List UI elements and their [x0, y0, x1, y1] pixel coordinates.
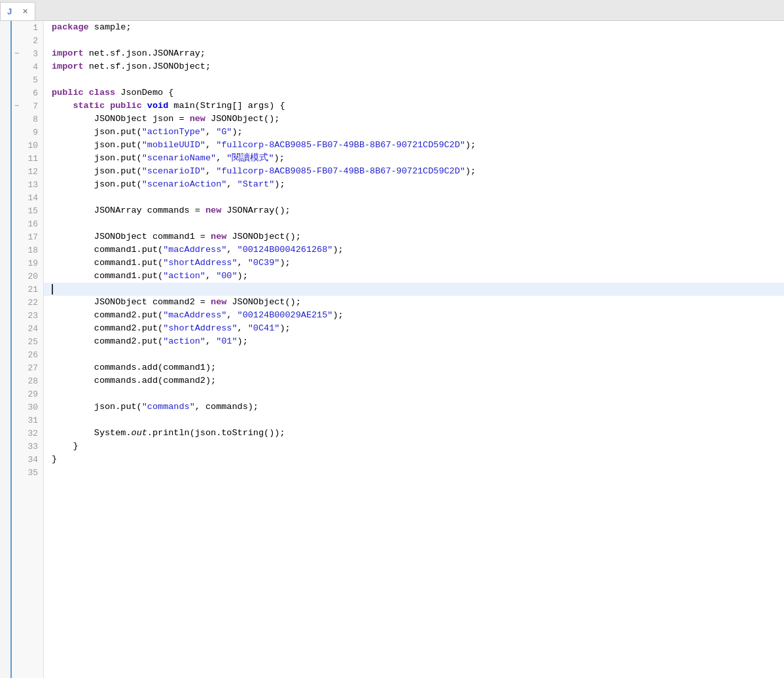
line-number-31: 31 [12, 414, 43, 427]
line-number-21: 21 [12, 283, 43, 296]
editor-window: J ✕ 123456789101112131415161718192021222… [0, 0, 784, 678]
code-token: json.put( [52, 139, 142, 152]
code-token: , commands); [195, 401, 258, 414]
code-token: ); [238, 270, 248, 283]
code-line-2 [44, 34, 784, 47]
code-line-21 [44, 283, 784, 296]
code-line-19: command1.put("shortAddress", "0C39"); [44, 257, 784, 270]
line-number-4: 4 [12, 60, 43, 73]
line-number-32: 32 [12, 427, 43, 440]
code-token: "scenarioAction" [142, 178, 227, 191]
line-number-34: 34 [12, 453, 43, 466]
code-token [84, 86, 89, 99]
code-token: void [147, 99, 168, 113]
code-line-32: System.out.println(json.toString()); [44, 427, 784, 440]
code-token: "scenarioName" [142, 152, 216, 165]
code-line-28: commands.add(command2); [44, 374, 784, 387]
code-line-9: json.put("actionType", "G"); [44, 126, 784, 139]
code-token: , [226, 243, 237, 257]
code-token: JSONObject(); [226, 296, 300, 309]
code-token: "00" [216, 270, 237, 283]
code-line-30: json.put("commands", commands); [44, 401, 784, 414]
code-token: "mobileUUID" [142, 139, 205, 152]
code-line-10: json.put("mobileUUID", "fullcorp-8ACB908… [44, 139, 784, 152]
code-line-3: import net.sf.json.JSONArray; [44, 47, 784, 60]
code-token: json.put( [52, 178, 142, 191]
code-token: , [216, 152, 226, 165]
code-token: main(String[] args) { [168, 99, 285, 113]
code-token: "0C41" [248, 322, 280, 335]
code-token: } [52, 440, 79, 453]
code-token: JSONObject json = [52, 113, 190, 126]
code-token: ); [332, 309, 343, 322]
code-line-14 [44, 191, 784, 204]
code-token: JSONObject command1 = [52, 230, 211, 243]
line-number-7: 7 [12, 99, 43, 113]
code-token: "action" [163, 270, 205, 283]
code-token: "00124B0004261268" [238, 243, 333, 257]
code-token: JSONArray(); [221, 204, 290, 217]
code-line-31 [44, 414, 784, 427]
code-token: JSONObject(); [226, 230, 300, 243]
code-token: json.put( [52, 401, 142, 414]
code-token: ); [279, 257, 290, 270]
line-number-14: 14 [12, 191, 43, 204]
code-line-26 [44, 348, 784, 361]
code-line-8: JSONObject json = new JSONObject(); [44, 113, 784, 126]
tab-close-button[interactable]: ✕ [22, 7, 28, 16]
line-number-22: 22 [12, 296, 43, 309]
code-token [142, 99, 147, 113]
code-token: , [205, 165, 216, 178]
code-line-12: json.put("scenarioID", "fullcorp-8ACB908… [44, 165, 784, 178]
code-token: json.put( [52, 152, 142, 165]
code-token: , [205, 270, 216, 283]
code-token: public [110, 99, 142, 113]
code-token: , [226, 309, 237, 322]
line-number-33: 33 [12, 440, 43, 453]
line-number-24: 24 [12, 322, 43, 335]
code-line-29 [44, 387, 784, 401]
line-number-35: 35 [12, 466, 43, 479]
code-line-4: import net.sf.json.JSONObject; [44, 60, 784, 73]
line-number-17: 17 [12, 230, 43, 243]
line-numbers: 1234567891011121314151617181920212223242… [12, 21, 44, 678]
line-number-13: 13 [12, 178, 43, 191]
code-token: JsonDemo { [115, 86, 173, 99]
code-token: .println(json.toString()); [147, 427, 285, 440]
code-token: , [238, 322, 248, 335]
line-number-10: 10 [12, 139, 43, 152]
line-number-5: 5 [12, 73, 43, 86]
code-token: command2.put( [52, 322, 163, 335]
line-number-3: 3 [12, 47, 43, 60]
code-token: new [211, 230, 226, 243]
code-token: System. [52, 427, 132, 440]
code-token: "G" [216, 126, 232, 139]
line-number-9: 9 [12, 126, 43, 139]
code-token: JSONArray commands = [52, 204, 205, 217]
code-area: 1234567891011121314151617181920212223242… [0, 21, 784, 678]
code-token: new [190, 113, 205, 126]
code-token: "actionType" [142, 126, 205, 139]
line-number-11: 11 [12, 152, 43, 165]
code-token: static [73, 99, 105, 113]
code-token: json.put( [52, 165, 142, 178]
code-token [105, 99, 110, 113]
line-number-15: 15 [12, 204, 43, 217]
line-number-30: 30 [12, 401, 43, 414]
code-token: ); [465, 165, 476, 178]
file-tab[interactable]: J ✕ [0, 2, 35, 20]
code-token: } [52, 453, 57, 466]
left-margin-bar [0, 21, 12, 678]
code-token: commands.add(command2); [52, 374, 216, 387]
code-token: class [89, 86, 116, 99]
code-token: "action" [163, 335, 205, 348]
code-content[interactable]: package sample;import net.sf.json.JSONAr… [44, 21, 784, 678]
code-line-17: JSONObject command1 = new JSONObject(); [44, 230, 784, 243]
code-token: ); [232, 126, 242, 139]
code-token: JSONObject command2 = [52, 296, 211, 309]
code-line-18: command1.put("macAddress", "00124B000426… [44, 243, 784, 257]
code-line-11: json.put("scenarioName", "閱讀模式"); [44, 152, 784, 165]
line-number-12: 12 [12, 165, 43, 178]
code-token: , [205, 126, 216, 139]
code-token: command1.put( [52, 270, 163, 283]
